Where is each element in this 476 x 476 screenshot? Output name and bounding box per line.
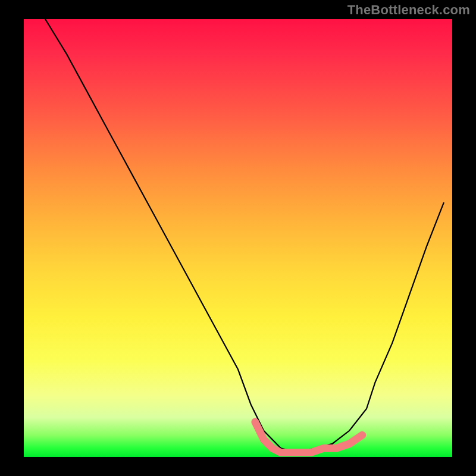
- optimal-end-left: [252, 419, 258, 425]
- optimal-end-right: [359, 432, 365, 439]
- chart-frame: TheBottleneck.com: [0, 0, 476, 476]
- bottleneck-curve: [45, 19, 444, 453]
- watermark-text: TheBottleneck.com: [347, 2, 470, 18]
- optimal-flat-region: [255, 422, 362, 453]
- curve-layer: [24, 19, 452, 457]
- plot-area: [24, 19, 452, 457]
